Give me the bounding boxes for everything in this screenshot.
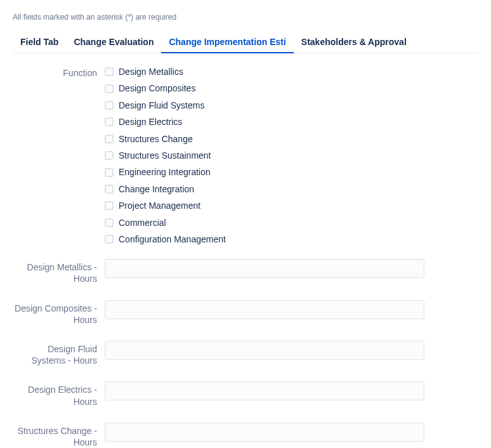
design-composites-hours-input[interactable] bbox=[105, 300, 424, 319]
design-electrics-hours-input[interactable] bbox=[105, 381, 424, 400]
checkbox-label: Project Management bbox=[119, 199, 200, 213]
tab-field-tab[interactable]: Field Tab bbox=[13, 32, 66, 53]
checkbox-structures-sustainment[interactable] bbox=[105, 151, 114, 160]
function-option: Design Fluid Systems bbox=[105, 98, 478, 112]
function-option: Design Composites bbox=[105, 81, 478, 95]
function-option: Design Metallics bbox=[105, 65, 478, 79]
design-composites-hours-label: Design Composites - Hours bbox=[13, 300, 105, 326]
structures-change-hours-label: Structures Change - Hours bbox=[13, 423, 105, 448]
checkbox-label: Engineering Integration bbox=[119, 165, 211, 179]
checkbox-design-electrics[interactable] bbox=[105, 117, 114, 126]
function-option: Configuration Management bbox=[105, 232, 478, 246]
function-option: Change Integration bbox=[105, 182, 478, 196]
checkbox-label: Structures Change bbox=[119, 132, 193, 146]
checkbox-label: Structures Sustainment bbox=[119, 148, 211, 162]
checkbox-engineering-integration[interactable] bbox=[105, 168, 114, 177]
checkbox-label: Design Composites bbox=[119, 81, 195, 95]
checkbox-label: Configuration Management bbox=[119, 232, 226, 246]
function-option: Engineering Integration bbox=[105, 165, 478, 179]
checkbox-commercial[interactable] bbox=[105, 218, 114, 227]
checkbox-design-composites[interactable] bbox=[105, 84, 114, 93]
checkbox-structures-change[interactable] bbox=[105, 135, 114, 143]
checkbox-label: Design Fluid Systems bbox=[119, 98, 204, 112]
checkbox-label: Change Integration bbox=[119, 182, 194, 196]
tab-change-implementation-esti[interactable]: Change Impementation Esti bbox=[161, 32, 293, 53]
checkbox-change-integration[interactable] bbox=[105, 185, 114, 194]
design-metallics-hours-label: Design Metallics - Hours bbox=[13, 259, 105, 284]
checkbox-design-fluid-systems[interactable] bbox=[105, 101, 114, 110]
function-option: Structures Change bbox=[105, 132, 478, 146]
design-fluid-systems-hours-label: Design Fluid Systems - Hours bbox=[13, 341, 105, 366]
function-option: Structures Sustainment bbox=[105, 148, 478, 162]
checkbox-label: Design Metallics bbox=[119, 65, 183, 79]
tab-change-evaluation[interactable]: Change Evaluation bbox=[66, 32, 161, 53]
tab-stakeholders-approval[interactable]: Stakeholders & Approval bbox=[294, 32, 414, 53]
structures-change-hours-input[interactable] bbox=[105, 423, 424, 442]
function-option: Commercial bbox=[105, 216, 478, 230]
design-electrics-hours-label: Design Electrics - Hours bbox=[13, 381, 105, 407]
design-fluid-systems-hours-input[interactable] bbox=[105, 341, 424, 360]
function-checkbox-list: Design Metallics Design Composites Desig… bbox=[105, 65, 478, 246]
checkbox-label: Commercial bbox=[119, 216, 166, 230]
function-label: Function bbox=[13, 65, 105, 79]
checkbox-configuration-management[interactable] bbox=[105, 235, 114, 244]
checkbox-design-metallics[interactable] bbox=[105, 67, 114, 76]
checkbox-label: Design Electrics bbox=[119, 115, 182, 129]
tab-bar: Field Tab Change Evaluation Change Impem… bbox=[13, 32, 478, 53]
required-fields-note: All fields marked with an asterisk (*) a… bbox=[13, 13, 478, 22]
function-option: Design Electrics bbox=[105, 115, 478, 129]
checkbox-project-management[interactable] bbox=[105, 201, 114, 210]
function-option: Project Management bbox=[105, 199, 478, 213]
design-metallics-hours-input[interactable] bbox=[105, 259, 424, 278]
